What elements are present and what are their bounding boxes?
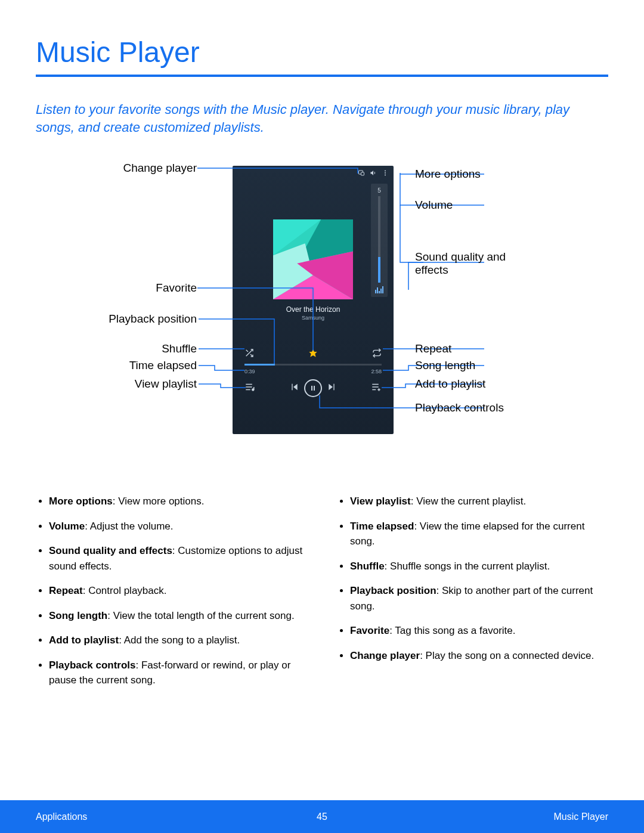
sound-quality-icon[interactable] bbox=[375, 286, 383, 293]
svg-marker-17 bbox=[293, 384, 298, 391]
definition-desc: : View the current playlist. bbox=[411, 496, 526, 507]
definition-item: Change player: Play the song on a connec… bbox=[350, 648, 608, 664]
more-options-icon[interactable] bbox=[382, 169, 389, 178]
definition-item: More options: View more options. bbox=[49, 494, 307, 509]
add-to-playlist-icon[interactable] bbox=[371, 382, 382, 395]
definition-item: Time elapsed: View the time elapsed for … bbox=[350, 519, 608, 549]
svg-rect-20 bbox=[314, 386, 315, 391]
definition-desc: : Add the song to a playlist. bbox=[119, 634, 240, 646]
definition-term: Repeat bbox=[49, 585, 83, 596]
definition-desc: : Control playback. bbox=[83, 585, 167, 596]
definition-item: Add to playlist: Add the song to a playl… bbox=[49, 633, 307, 648]
previous-icon[interactable] bbox=[290, 382, 299, 394]
svg-marker-11 bbox=[309, 349, 317, 357]
album-art bbox=[273, 219, 353, 299]
footer-left: Applications bbox=[36, 812, 87, 822]
label-song-length: Song length bbox=[415, 359, 475, 372]
time-total: 2:58 bbox=[371, 368, 382, 374]
definition-item: Song length: View the total length of th… bbox=[49, 608, 307, 624]
definition-term: Volume bbox=[49, 521, 85, 532]
definition-item: Sound quality and effects: Customize opt… bbox=[49, 543, 307, 574]
time-elapsed: 0:39 bbox=[244, 368, 255, 374]
song-artist: Samsung bbox=[233, 315, 394, 321]
definition-desc: : Tag this song as a favorite. bbox=[389, 625, 515, 636]
playback-controls bbox=[290, 379, 336, 397]
definition-term: Favorite bbox=[350, 625, 389, 636]
shuffle-icon[interactable] bbox=[244, 348, 254, 360]
footer-right: Music Player bbox=[553, 812, 608, 822]
label-playback-controls: Playback controls bbox=[415, 401, 504, 414]
label-time-elapsed: Time elapsed bbox=[36, 359, 197, 372]
repeat-icon[interactable] bbox=[372, 348, 382, 360]
volume-value: 5 bbox=[377, 187, 381, 194]
definition-term: Change player bbox=[350, 650, 420, 661]
definition-term: Song length bbox=[49, 610, 107, 621]
footer-page-number: 45 bbox=[317, 812, 327, 822]
label-view-playlist: View playlist bbox=[36, 377, 197, 391]
volume-icon[interactable] bbox=[370, 169, 377, 178]
label-change-player: Change player bbox=[36, 162, 197, 175]
label-more-options: More options bbox=[415, 168, 481, 181]
definition-term: Playback controls bbox=[49, 659, 136, 671]
svg-rect-1 bbox=[361, 172, 364, 175]
svg-point-4 bbox=[385, 175, 386, 176]
svg-point-2 bbox=[385, 171, 386, 172]
favorite-icon[interactable] bbox=[308, 348, 318, 360]
definition-item: Playback controls: Fast-forward or rewin… bbox=[49, 658, 307, 688]
label-volume: Volume bbox=[415, 199, 453, 212]
definition-term: Playback position bbox=[350, 585, 436, 596]
label-favorite: Favorite bbox=[36, 281, 197, 295]
definition-desc: : Adjust the volume. bbox=[85, 521, 173, 532]
intro-text: Listen to your favorite songs with the M… bbox=[36, 101, 608, 136]
diagram: 5 Over the Horizon Sams bbox=[36, 160, 608, 470]
definitions-right: View playlist: View the current playlist… bbox=[337, 494, 608, 663]
definition-desc: : Shuffle songs in the current playlist. bbox=[385, 561, 550, 572]
volume-slider[interactable] bbox=[378, 196, 380, 283]
definition-term: More options bbox=[49, 496, 113, 507]
page-footer: Applications 45 Music Player bbox=[0, 800, 644, 833]
definition-item: Volume: Adjust the volume. bbox=[49, 519, 307, 534]
phone-mockup: 5 Over the Horizon Sams bbox=[233, 166, 394, 434]
view-playlist-icon[interactable] bbox=[244, 382, 255, 395]
definition-term: View playlist bbox=[350, 496, 411, 507]
definition-desc: : View the total length of the current s… bbox=[107, 610, 294, 621]
svg-rect-19 bbox=[311, 386, 312, 391]
definitions: More options: View more options.Volume: … bbox=[36, 494, 608, 698]
definitions-left: More options: View more options.Volume: … bbox=[36, 494, 307, 688]
play-pause-button[interactable] bbox=[304, 379, 322, 397]
label-add-to-playlist: Add to playlist bbox=[415, 377, 485, 391]
svg-point-3 bbox=[385, 172, 386, 174]
volume-panel[interactable]: 5 bbox=[371, 184, 388, 297]
definition-term: Time elapsed bbox=[350, 521, 414, 532]
svg-rect-22 bbox=[333, 384, 334, 391]
playback-position-slider[interactable] bbox=[244, 364, 382, 366]
label-playback-position: Playback position bbox=[36, 312, 197, 326]
page-title: Music Player bbox=[36, 36, 608, 69]
definition-item: Favorite: Tag this song as a favorite. bbox=[350, 623, 608, 639]
song-title: Over the Horizon bbox=[233, 305, 394, 314]
definition-term: Shuffle bbox=[350, 561, 385, 572]
label-repeat: Repeat bbox=[415, 342, 451, 355]
definition-item: Playback position: Skip to another part … bbox=[350, 583, 608, 614]
definition-term: Add to playlist bbox=[49, 634, 119, 646]
label-shuffle: Shuffle bbox=[36, 342, 197, 355]
definition-item: View playlist: View the current playlist… bbox=[350, 494, 608, 509]
svg-marker-21 bbox=[329, 384, 333, 391]
definition-term: Sound quality and effects bbox=[49, 545, 172, 556]
label-sound-quality: Sound quality and effects bbox=[415, 250, 522, 277]
definition-item: Repeat: Control playback. bbox=[49, 583, 307, 599]
title-rule bbox=[36, 75, 608, 77]
definition-desc: : View more options. bbox=[113, 496, 205, 507]
change-player-icon[interactable] bbox=[358, 169, 365, 178]
next-icon[interactable] bbox=[327, 382, 336, 394]
definition-desc: : Play the song on a connected device. bbox=[420, 650, 594, 661]
svg-rect-18 bbox=[292, 384, 292, 391]
definition-item: Shuffle: Shuffle songs in the current pl… bbox=[350, 559, 608, 574]
